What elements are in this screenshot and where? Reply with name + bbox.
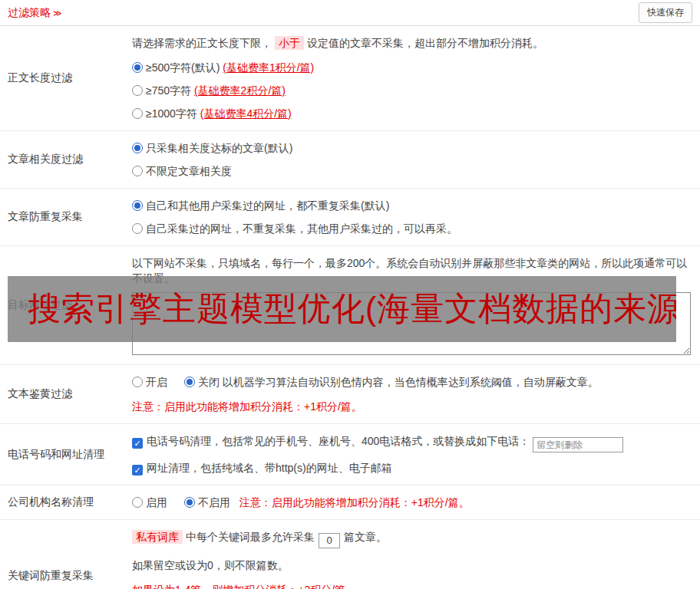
- radio-500-icon[interactable]: [132, 62, 143, 73]
- length-option-1000[interactable]: ≥1000字符 (基础费率4积分/篇): [132, 106, 691, 121]
- row-content-keyword: 私有词库中每个关键词最多允许采集篇文章。 如果留空或设为0，则不限篇数。 如果设…: [132, 520, 700, 589]
- row-length-filter: 正文长度过滤 请选择需求的正文长度下限，小于设定值的文章不采集，超出部分不增加积…: [0, 26, 700, 131]
- porn-option-on[interactable]: 开启: [132, 376, 181, 388]
- checkbox-phone-cleanup-icon[interactable]: [132, 438, 143, 449]
- watermark-overlay: 搜索引擎主题模型优化(海量文档数据的来源: [8, 276, 676, 342]
- length-option-750-label: ≥750字符: [146, 84, 194, 97]
- length-option-500[interactable]: ≥500字符(默认) (基础费率1积分/篇): [132, 60, 691, 75]
- row-label-relevance: 文章相关度过滤: [0, 131, 132, 188]
- row-company-cleanup: 公司机构名称清理 启用 不启用 注意：启用此功能将增加积分消耗：+1积分/篇。: [0, 485, 700, 520]
- dedup-option-self-label: 自己采集过的网址，不重复采集，其他用户采集过的，可以再采。: [146, 222, 457, 235]
- relevance-option-any-label: 不限定文章相关度: [146, 165, 232, 177]
- page-title[interactable]: 过滤策略≫: [8, 6, 62, 20]
- porn-desc: 以机器学习算法自动识别色情内容，当色情概率达到系统阈值，自动屏蔽文章。: [223, 376, 599, 388]
- phone-cleanup-option[interactable]: 电话号码清理，包括常见的手机号、座机号、400电话格式，或替换成如下电话：: [132, 433, 691, 452]
- company-option-on[interactable]: 启用: [132, 496, 181, 508]
- company-cost-note: 注意：启用此功能将增加积分消耗：+1积分/篇。: [239, 496, 470, 508]
- length-intro-highlight: 小于: [275, 36, 304, 50]
- keyword-limit-post: 篇文章。: [344, 531, 387, 543]
- relevance-option-strict[interactable]: 只采集相关度达标的文章(默认): [132, 140, 691, 156]
- company-option-on-label: 启用: [146, 496, 167, 508]
- radio-1000-icon[interactable]: [132, 108, 143, 119]
- row-label-dedup: 文章防重复采集: [0, 189, 132, 245]
- length-option-1000-fee: (基础费率4积分/篇): [200, 107, 292, 120]
- private-lexicon-badge: 私有词库: [132, 530, 183, 544]
- row-relevance-filter: 文章相关度过滤 只采集相关度达标的文章(默认) 不限定文章相关度: [0, 131, 700, 189]
- porn-option-on-label: 开启: [146, 376, 167, 388]
- dedup-option-global-label: 自己和其他用户采集过的网址，都不重复采集(默认): [146, 199, 389, 212]
- length-option-500-fee: (基础费率1积分/篇): [223, 61, 314, 74]
- row-content-phone-url: 电话号码清理，包括常见的手机号、座机号、400电话格式，或替换成如下电话： 网址…: [132, 424, 700, 485]
- checkbox-url-cleanup-icon[interactable]: [132, 465, 143, 475]
- relevance-option-any[interactable]: 不限定文章相关度: [132, 163, 691, 179]
- porn-option-off-label: 关闭: [198, 376, 220, 388]
- porn-cost-note: 注意：启用此功能将增加积分消耗：+1积分/篇。: [132, 399, 691, 414]
- topbar: 过滤策略≫ 快速保存: [0, 0, 700, 26]
- keyword-note-cost: 如果设为1-4篇，则增加积分消耗：+2积分/篇。: [132, 582, 691, 589]
- row-keyword-dedup: 关键词防重复采集 私有词库中每个关键词最多允许采集篇文章。 如果留空或设为0，则…: [0, 520, 700, 589]
- url-cleanup-label: 网址清理，包括纯域名、带http(s)的网址、电子邮箱: [147, 462, 392, 474]
- dedup-option-global[interactable]: 自己和其他用户采集过的网址，都不重复采集(默认): [132, 198, 691, 213]
- radio-relevance-any-icon[interactable]: [132, 166, 143, 176]
- keyword-limit-line: 私有词库中每个关键词最多允许采集篇文章。: [132, 529, 691, 548]
- radio-750-icon[interactable]: [132, 85, 143, 96]
- keyword-note-zero: 如果留空或设为0，则不限篇数。: [132, 558, 691, 573]
- radio-company-on-icon[interactable]: [132, 497, 143, 508]
- length-option-750-fee: (基础费率2积分/篇): [194, 84, 286, 97]
- row-label-length: 正文长度过滤: [0, 26, 132, 130]
- keyword-limit-mid: 中每个关键词最多允许采集: [186, 531, 315, 543]
- length-option-500-label: ≥500字符(默认): [146, 61, 223, 74]
- length-option-1000-label: ≥1000字符: [146, 107, 200, 120]
- row-label-phone-url: 电话号码和网址清理: [0, 424, 132, 485]
- row-phone-url-cleanup: 电话号码和网址清理 电话号码清理，包括常见的手机号、座机号、400电话格式，或替…: [0, 424, 700, 485]
- row-label-porn: 文本鉴黄过滤: [0, 365, 132, 423]
- max-articles-input[interactable]: [319, 533, 340, 548]
- row-content-company: 启用 不启用 注意：启用此功能将增加积分消耗：+1积分/篇。: [132, 485, 700, 519]
- row-dedup-filter: 文章防重复采集 自己和其他用户采集过的网址，都不重复采集(默认) 自己采集过的网…: [0, 189, 700, 246]
- length-option-750[interactable]: ≥750字符 (基础费率2积分/篇): [132, 83, 691, 98]
- company-option-off-label: 不启用: [198, 496, 230, 508]
- length-intro: 请选择需求的正文长度下限，小于设定值的文章不采集，超出部分不增加积分消耗。: [132, 35, 691, 51]
- radio-porn-on-icon[interactable]: [132, 377, 143, 387]
- length-intro-pre: 请选择需求的正文长度下限，: [132, 37, 272, 49]
- company-option-off[interactable]: 不启用: [184, 496, 230, 508]
- radio-dedup-global-icon[interactable]: [132, 200, 143, 211]
- row-content-length: 请选择需求的正文长度下限，小于设定值的文章不采集，超出部分不增加积分消耗。 ≥5…: [132, 26, 700, 130]
- row-content-porn: 开启 关闭 以机器学习算法自动识别色情内容，当色情概率达到系统阈值，自动屏蔽文章…: [132, 365, 700, 423]
- chevron-down-icon: ≫: [53, 8, 62, 18]
- dedup-option-self[interactable]: 自己采集过的网址，不重复采集，其他用户采集过的，可以再采。: [132, 221, 691, 236]
- company-options: 启用 不启用 注意：启用此功能将增加积分消耗：+1积分/篇。: [132, 495, 691, 510]
- row-label-company: 公司机构名称清理: [0, 485, 132, 519]
- phone-cleanup-label: 电话号码清理，包括常见的手机号、座机号、400电话格式，或替换成如下电话：: [147, 435, 530, 447]
- porn-option-off[interactable]: 关闭: [184, 376, 220, 388]
- radio-relevance-strict-icon[interactable]: [132, 143, 143, 153]
- url-cleanup-option[interactable]: 网址清理，包括纯域名、带http(s)的网址、电子邮箱: [132, 460, 691, 475]
- quick-save-button[interactable]: 快速保存: [639, 2, 692, 23]
- watermark-text: 搜索引擎主题模型优化(海量文档数据的来源: [8, 287, 676, 331]
- row-content-relevance: 只采集相关度达标的文章(默认) 不限定文章相关度: [132, 131, 700, 188]
- row-content-dedup: 自己和其他用户采集过的网址，都不重复采集(默认) 自己采集过的网址，不重复采集，…: [132, 189, 700, 245]
- radio-company-off-icon[interactable]: [184, 497, 195, 508]
- row-porn-filter: 文本鉴黄过滤 开启 关闭 以机器学习算法自动识别色情内容，当色情概率达到系统阈值…: [0, 365, 700, 424]
- row-label-keyword: 关键词防重复采集: [0, 520, 132, 589]
- porn-options: 开启 关闭 以机器学习算法自动识别色情内容，当色情概率达到系统阈值，自动屏蔽文章…: [132, 374, 691, 390]
- page-title-text: 过滤策略: [8, 6, 51, 18]
- radio-porn-off-icon[interactable]: [184, 377, 195, 387]
- replacement-phone-input[interactable]: [533, 437, 623, 452]
- radio-dedup-self-icon[interactable]: [132, 223, 143, 234]
- length-intro-post: 设定值的文章不采集，超出部分不增加积分消耗。: [307, 37, 543, 49]
- relevance-option-strict-label: 只采集相关度达标的文章(默认): [146, 142, 292, 154]
- filter-strategy-page: 过滤策略≫ 快速保存 正文长度过滤 请选择需求的正文长度下限，小于设定值的文章不…: [0, 0, 700, 589]
